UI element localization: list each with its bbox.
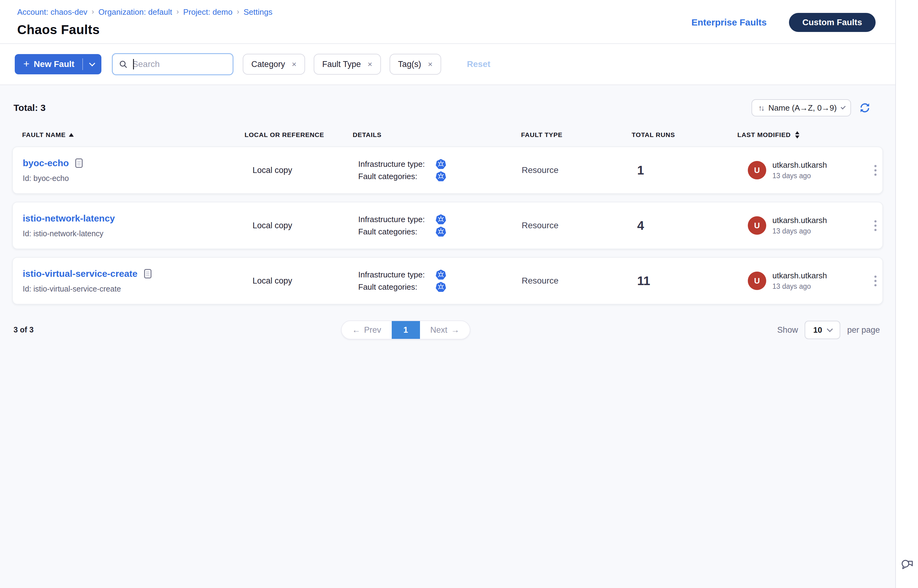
fault-row-byoc-echo[interactable]: byoc-echo Id: byoc-echo Local copy <box>12 147 883 194</box>
prev-page-button[interactable]: ← Prev <box>342 321 392 339</box>
fault-name-link[interactable]: istio-network-latency <box>23 213 115 224</box>
fault-id: Id: byoc-echo <box>23 174 243 183</box>
column-header-fault-name[interactable]: FAULT NAME <box>22 131 242 139</box>
fault-row-istio-network-latency[interactable]: istio-network-latency Id: istio-network-… <box>12 202 883 249</box>
reset-filters-button[interactable]: Reset <box>467 59 490 69</box>
avatar: U <box>748 161 766 179</box>
fault-type-cell: Resource <box>518 165 629 175</box>
fault-categories-label: Fault categories: <box>358 282 436 292</box>
fault-name-link[interactable]: byoc-echo <box>23 158 69 168</box>
local-or-reference-cell: Local copy <box>243 276 353 286</box>
column-header-last-modified[interactable]: LAST MODIFIED <box>737 131 868 139</box>
search-box[interactable] <box>112 53 233 75</box>
fault-list: byoc-echo Id: byoc-echo Local copy <box>12 147 883 304</box>
fault-type-cell: Resource <box>518 276 629 286</box>
new-fault-label: New Fault <box>34 59 74 69</box>
fault-name-link[interactable]: istio-virtual-service-create <box>23 268 137 279</box>
infrastructure-type-label: Infrastructure type: <box>358 270 436 279</box>
last-modified-cell: U utkarsh.utkarsh 13 days ago <box>738 216 868 235</box>
fault-id: Id: istio-network-latency <box>23 229 243 238</box>
chip-label: Fault Type <box>322 60 361 69</box>
fault-row-istio-virtual-service-create[interactable]: istio-virtual-service-create Id: istio-v… <box>12 257 883 304</box>
kubernetes-icon <box>436 214 446 225</box>
breadcrumb-account-link[interactable]: Account: chaos-dev <box>17 7 87 17</box>
summary-row: Total: 3 ↑↓ Name (A→Z, 0→9) <box>12 85 883 116</box>
breadcrumb-project-link[interactable]: Project: demo <box>183 7 232 17</box>
chat-help-button[interactable] <box>901 559 914 573</box>
fault-name-cell: istio-virtual-service-create Id: istio-v… <box>23 268 243 293</box>
page-size-dropdown[interactable]: 10 <box>805 321 840 339</box>
last-modified-cell: U utkarsh.utkarsh 13 days ago <box>738 271 868 291</box>
breadcrumb-separator: › <box>176 7 179 16</box>
modified-time: 13 days ago <box>773 227 827 235</box>
text-caret <box>133 59 134 69</box>
new-fault-split-button[interactable]: + New Fault <box>15 54 102 74</box>
column-header-details: DETAILS <box>353 131 517 139</box>
filter-chip-fault-type[interactable]: Fault Type × <box>314 54 381 75</box>
row-menu-button[interactable] <box>872 163 879 178</box>
new-fault-button[interactable]: + New Fault <box>15 54 82 74</box>
custom-faults-button[interactable]: Custom Faults <box>789 13 876 32</box>
sort-selected-value: Name (A→Z, 0→9) <box>768 103 837 113</box>
row-menu-button[interactable] <box>872 218 879 233</box>
toolbar: + New Fault Category × <box>0 44 895 85</box>
search-input[interactable] <box>133 59 226 69</box>
filter-chip-tags[interactable]: Tag(s) × <box>390 54 441 75</box>
infrastructure-type-label: Infrastructure type: <box>358 215 436 224</box>
close-icon[interactable]: × <box>292 60 296 68</box>
script-icon <box>75 158 83 168</box>
sort-arrows-icon: ↑↓ <box>758 103 763 112</box>
chevron-down-icon <box>827 326 833 332</box>
column-label: FAULT NAME <box>22 131 66 139</box>
script-icon <box>144 268 152 279</box>
details-cell: Infrastructure type: Fault categories: <box>353 268 518 294</box>
modified-time: 13 days ago <box>773 282 827 291</box>
row-menu-button[interactable] <box>872 273 879 289</box>
refresh-button[interactable] <box>859 102 871 114</box>
header-actions: Enterprise Faults Custom Faults <box>691 13 876 32</box>
breadcrumb-settings-link[interactable]: Settings <box>244 7 273 17</box>
fault-type-cell: Resource <box>518 221 629 230</box>
page-1-button[interactable]: 1 <box>392 321 420 339</box>
page-size-value: 10 <box>813 325 822 335</box>
chevron-down-icon <box>89 60 95 66</box>
last-modified-cell: U utkarsh.utkarsh 13 days ago <box>738 160 868 180</box>
page-header: Account: chaos-dev › Organization: defau… <box>0 0 895 44</box>
next-page-button[interactable]: Next → <box>420 321 470 339</box>
main-column: Account: chaos-dev › Organization: defau… <box>0 0 895 588</box>
fault-categories-label: Fault categories: <box>358 172 436 181</box>
refresh-icon <box>859 102 871 114</box>
breadcrumb-separator: › <box>237 7 239 16</box>
content-area: Total: 3 ↑↓ Name (A→Z, 0→9) <box>0 85 895 588</box>
close-icon[interactable]: × <box>428 60 433 68</box>
pager: ← Prev 1 Next → <box>341 320 470 339</box>
kubernetes-icon <box>436 226 446 237</box>
sort-dropdown[interactable]: ↑↓ Name (A→Z, 0→9) <box>752 99 851 116</box>
avatar: U <box>748 216 766 235</box>
sort-both-icon <box>795 131 799 139</box>
filter-chips: Category × Fault Type × Tag(s) × <box>243 54 441 75</box>
enterprise-faults-link[interactable]: Enterprise Faults <box>691 17 766 27</box>
search-icon <box>119 59 128 69</box>
column-header-fault-type: FAULT TYPE <box>517 131 628 139</box>
new-fault-dropdown-button[interactable] <box>83 54 102 74</box>
column-header-local-or-reference: LOCAL OR REFERENCE <box>242 131 353 139</box>
fault-categories-label: Fault categories: <box>358 227 436 237</box>
arrow-left-icon: ← <box>352 325 360 335</box>
total-runs-cell: 1 <box>629 163 738 177</box>
infrastructure-type-label: Infrastructure type: <box>358 160 436 169</box>
chevron-down-icon <box>840 105 845 109</box>
prev-label: Prev <box>364 325 381 335</box>
breadcrumb-organization-link[interactable]: Organization: default <box>98 7 172 17</box>
modified-by: utkarsh.utkarsh <box>773 216 827 225</box>
kubernetes-icon <box>436 159 446 169</box>
sort-ascending-icon <box>69 133 74 137</box>
total-count-label: Total: 3 <box>12 103 45 113</box>
filter-chip-category[interactable]: Category × <box>243 54 305 75</box>
close-icon[interactable]: × <box>367 60 372 68</box>
chip-label: Tag(s) <box>398 60 421 69</box>
kubernetes-icon <box>436 171 446 182</box>
sort-controls: ↑↓ Name (A→Z, 0→9) <box>752 99 871 116</box>
pagination-row: 3 of 3 ← Prev 1 Next → Show 10 <box>12 320 883 340</box>
chat-bubbles-icon <box>901 559 914 571</box>
